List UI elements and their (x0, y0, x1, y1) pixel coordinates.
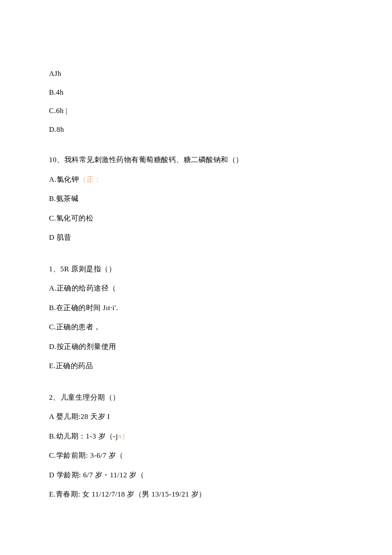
q1-option-b: B.在正确的时间 Jıt·i'. (49, 302, 343, 314)
q1-option-d: D.按正确的剂量使用 (49, 341, 343, 352)
q10-option-d: D 肌昔 (49, 232, 343, 243)
q9-option-b: B.4h (49, 87, 343, 98)
q10-option-b: B.氨茶碱 (49, 193, 343, 204)
q10-option-c: C.氢化可的松 (49, 213, 343, 224)
q9-option-c: C.6h (49, 105, 343, 116)
q1-option-c: C.正确的患者， (49, 322, 343, 333)
q1-stem: 1、5R 原则是指（） (49, 264, 343, 275)
q10-option-a-text: A.氯化钾 (49, 175, 79, 183)
q2-stem: 2、儿童生理分期（） (49, 392, 343, 403)
q2-option-c: C.学龄前期: 3-6/7 岁（ (49, 450, 343, 461)
q1-option-e: E.正确的药品 (49, 360, 343, 372)
q10-option-a-annotation: （正： (79, 175, 101, 183)
q2-option-a: A 婴儿期:28 天岁 I (49, 411, 343, 422)
q2-option-d: D 学龄期: 6/7 岁・11/12 岁（ (49, 470, 343, 481)
q9-option-a: AJh (49, 68, 343, 79)
q9-option-d: D.8h (49, 124, 343, 135)
q10-option-a: A.氯化钾（正： (49, 174, 343, 185)
q2-option-b: B.幼儿期：1-3 岁（-jn） (49, 431, 343, 442)
q2-option-e: E.青春期: 女 11/12/7/18 岁（男 13/15-19/21 岁） (49, 489, 343, 500)
q10-stem: 10、我科常见刺激性药物有葡萄糖酸钙、糖二磷酸钠和（） (49, 154, 343, 166)
q2-option-b-annotation: n） (118, 432, 130, 440)
q2-option-b-text: B.幼儿期：1-3 岁（-j (49, 432, 118, 440)
q1-option-a: A.正确的给药途径（ (49, 283, 343, 294)
